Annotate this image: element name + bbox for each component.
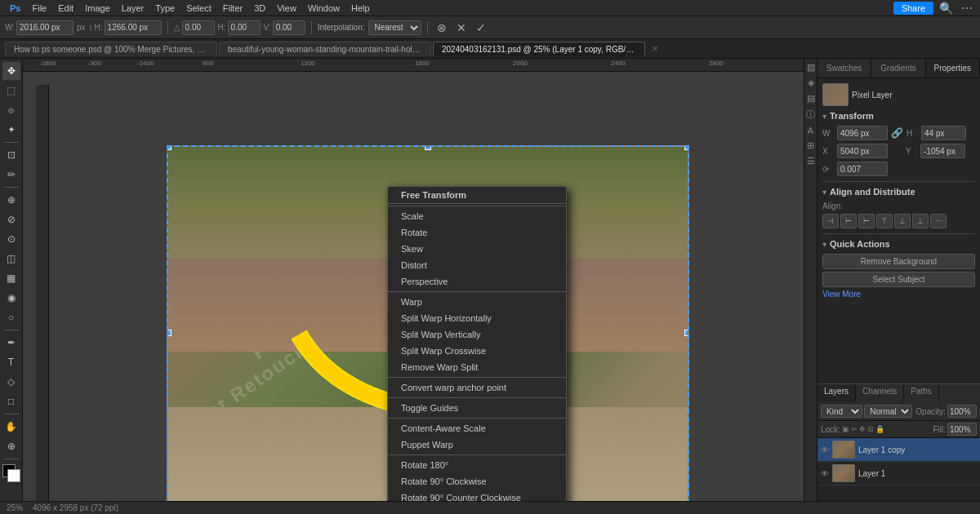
menu-layer[interactable]: Layer	[117, 2, 149, 15]
rot-input[interactable]	[837, 162, 888, 176]
angle-input[interactable]	[182, 20, 215, 35]
ctx-content-aware-scale[interactable]: Content-Aware Scale	[388, 420, 566, 436]
search-button[interactable]: 🔍	[937, 2, 956, 15]
quick-select-tool[interactable]: ✦	[2, 121, 20, 139]
h-input[interactable]	[921, 126, 966, 140]
quick-actions-header[interactable]: ▾ Quick Actions	[822, 239, 975, 249]
interpolation-select[interactable]: Nearest Bilinear Bicubic	[368, 20, 421, 35]
menu-edit[interactable]: Edit	[53, 2, 78, 15]
transform-handle-tr[interactable]	[684, 145, 689, 150]
blur-tool[interactable]: ◉	[2, 289, 20, 307]
layers-tab[interactable]: Layers	[817, 384, 856, 402]
brush-tool[interactable]: ⊘	[2, 210, 20, 228]
properties-tab[interactable]: Properties	[926, 59, 980, 78]
align-top-btn[interactable]: ⊤	[876, 214, 893, 228]
tab-0[interactable]: How to ps someone.psd @ 100% Merge Pictu…	[5, 42, 217, 56]
ctx-rotate-90-cw[interactable]: Rotate 90° Clockwise	[388, 473, 566, 490]
pen-tool[interactable]: ✒	[2, 334, 20, 352]
menu-select[interactable]: Select	[181, 2, 216, 15]
close-tab-icon[interactable]: ✕	[652, 44, 658, 53]
bg-color[interactable]	[7, 469, 20, 482]
link-icon[interactable]: 🔗	[891, 127, 903, 139]
menu-ps[interactable]: Ps	[5, 2, 25, 15]
remove-background-button[interactable]: Remove Background	[822, 254, 975, 269]
y-input[interactable]	[920, 144, 965, 158]
h-skew-input[interactable]	[228, 20, 261, 35]
x-input[interactable]	[837, 144, 888, 158]
swatches-tab[interactable]: Swatches	[817, 59, 871, 78]
lock-all-icon[interactable]: 🔒	[875, 425, 884, 433]
commit-transform-button[interactable]: ✓	[473, 21, 489, 34]
align-left-btn[interactable]: ⊣	[822, 214, 839, 228]
crop-tool[interactable]: ⊡	[2, 146, 20, 164]
shape-tool[interactable]: □	[2, 392, 20, 410]
heal-tool[interactable]: ⊕	[2, 191, 20, 209]
properties-icon[interactable]: ☰	[807, 156, 815, 166]
ctx-rotate-90-ccw[interactable]: Rotate 90° Counter Clockwise	[388, 490, 566, 501]
ctx-free-transform[interactable]: Free Transform	[388, 187, 566, 204]
lock-transparent-icon[interactable]: ▣	[842, 425, 849, 433]
layer2-icon[interactable]: ⊞	[807, 140, 814, 151]
menu-file[interactable]: File	[27, 2, 51, 15]
eye-icon-1[interactable]: 👁	[821, 469, 829, 478]
ctx-split-warp-h[interactable]: Split Warp Horizontally	[388, 310, 566, 326]
settings-button[interactable]: ⋯	[959, 2, 975, 15]
share-button[interactable]: Share	[893, 2, 933, 15]
ctx-warp[interactable]: Warp	[388, 294, 566, 310]
eraser-tool[interactable]: ◫	[2, 250, 20, 268]
warp-icon[interactable]: ⊗	[434, 21, 450, 34]
transform-section-header[interactable]: ▾ Transform	[822, 111, 975, 121]
ctx-rotate-180[interactable]: Rotate 180°	[388, 457, 566, 473]
move-tool[interactable]: ✥	[2, 62, 20, 80]
align-center-v-btn[interactable]: ⊥	[894, 214, 911, 228]
tab-1[interactable]: beautiful-young-woman-standing-mountain-…	[219, 42, 431, 56]
align-right-btn[interactable]: ⊢	[858, 214, 875, 228]
clone-tool[interactable]: ⊙	[2, 230, 20, 248]
ctx-remove-warp-split[interactable]: Remove Warp Split	[388, 359, 566, 375]
eye-icon-0[interactable]: 👁	[821, 445, 829, 454]
menu-view[interactable]: View	[272, 2, 301, 15]
ctx-skew[interactable]: Skew	[388, 241, 566, 257]
transform-handle-mr[interactable]	[684, 330, 689, 336]
ctx-toggle-guides[interactable]: Toggle Guides	[388, 400, 566, 416]
kind-select[interactable]: Kind	[821, 405, 862, 418]
menu-3d[interactable]: 3D	[249, 2, 270, 15]
ctx-split-warp-c[interactable]: Split Warp Crosswise	[388, 343, 566, 359]
lock-image-icon[interactable]: ✏	[851, 425, 858, 433]
gradient-tool[interactable]: ▦	[2, 269, 20, 287]
eyedropper-tool[interactable]: ✏	[2, 166, 20, 184]
menu-filter[interactable]: Filter	[218, 2, 247, 15]
channels-tab[interactable]: Channels	[856, 384, 904, 402]
tab-2[interactable]: 20240403162131.psd @ 25% (Layer 1 copy, …	[433, 42, 645, 56]
menu-window[interactable]: Window	[303, 2, 345, 15]
layer-item-1[interactable]: 👁 Layer 1	[817, 462, 980, 485]
transform-handle-ml[interactable]	[167, 330, 172, 336]
align-center-h-btn[interactable]: ⊢	[840, 214, 857, 228]
blend-mode-select[interactable]: Normal	[864, 405, 912, 418]
ctx-perspective[interactable]: Perspective	[388, 273, 566, 290]
fill-input[interactable]	[947, 423, 977, 436]
ctx-distort[interactable]: Distort	[388, 257, 566, 273]
histogram-icon[interactable]: ▤	[807, 93, 815, 104]
menu-help[interactable]: Help	[346, 2, 375, 15]
ctx-puppet-warp[interactable]: Puppet Warp	[388, 436, 566, 453]
v-skew-input[interactable]	[273, 20, 305, 35]
fg-bg-colors[interactable]	[2, 464, 20, 482]
ctx-scale[interactable]: Scale	[388, 208, 566, 224]
ctx-split-warp-v[interactable]: Split Warp Vertically	[388, 326, 566, 343]
swatches-icon[interactable]: ▨	[807, 62, 815, 73]
adjustments-icon[interactable]: ◈	[808, 78, 814, 88]
align-bottom-btn[interactable]: ⊥	[912, 214, 929, 228]
align-more-btn[interactable]: ⋯	[930, 214, 947, 228]
width-input[interactable]	[16, 20, 74, 35]
ctx-convert-warp[interactable]: Convert warp anchor point	[388, 379, 566, 396]
lock-position-icon[interactable]: ✥	[859, 425, 866, 433]
char-icon[interactable]: A	[808, 126, 813, 135]
lasso-tool[interactable]: ⌾	[2, 101, 20, 119]
dodge-tool[interactable]: ○	[2, 308, 20, 326]
lock-artboard-icon[interactable]: ⊞	[867, 425, 874, 433]
canvas-content[interactable]: Perfect Retouching Perfect Retouching Pe…	[36, 72, 804, 501]
paths-tab[interactable]: Paths	[904, 384, 939, 402]
menu-image[interactable]: Image	[80, 2, 115, 15]
select-subject-button[interactable]: Select Subject	[822, 272, 975, 287]
